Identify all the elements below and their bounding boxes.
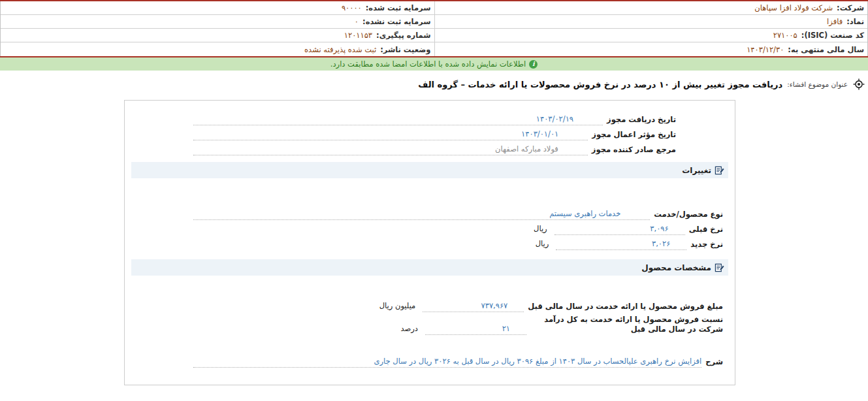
previous-rate-value: ۳,۰۹۶ [650,224,668,234]
product-type-value: خدمات راهبری سیستم [549,209,620,219]
subject-title: دریافت مجوز تغییر بیش از ۱۰ درصد در نرخ … [418,80,782,89]
general-fields-group: تاریخ دریافت مجوز ۱۴۰۳/۰۲/۱۹ تاریخ مؤثر … [193,111,676,155]
symbol-label: نماد: [846,17,864,26]
edit-note-icon [715,263,724,272]
sales-ratio-row: نسبت فروش محصول یا ارائه خدمت به کل درآم… [193,313,723,335]
company-value: شرکت فولاد افزا سپاهان [754,3,833,12]
unregistered-capital-label: سرمایه ثبت نشده: [362,17,430,26]
unregistered-capital-cell: سرمایه ثبت نشده: ۰ [1,15,434,28]
publisher-status-label: وضعیت ناشر: [380,45,430,54]
license-issuer-value: فولاد مبارکه اصفهان [495,144,558,155]
new-rate-row: نرخ جدید ۳,۰۲۶ ریال [193,236,723,250]
license-receipt-date-label: تاریخ دریافت مجوز [607,115,676,125]
info-icon: i [529,60,538,69]
section-header-changes: تغییرات [131,162,728,178]
previous-rate-row: نرخ قبلی ۳,۰۹۶ ریال [193,221,723,235]
company-info-table: شرکت: شرکت فولاد افزا سپاهان سرمایه ثبت … [0,1,868,56]
license-receipt-date-value: ۱۴۰۳/۰۲/۱۹ [536,114,573,125]
fiscal-year-end-cell: سال مالی منتهی به: ۱۴۰۳/۱۲/۳۰ [434,42,868,56]
table-row: کد صنعت (ISIC): ۲۷۱۰۰۵ شماره پیگیری: ۱۲۰… [1,29,867,42]
license-receipt-date-row: تاریخ دریافت مجوز ۱۴۰۳/۰۲/۱۹ [193,111,676,125]
product-type-field: خدمات راهبری سیستم [193,208,650,220]
section-header-product-specs: مشخصات محصول [131,259,728,276]
license-issuer-field: فولاد مبارکه اصفهان [193,144,588,155]
license-issuer-row: مرجع صادر کننده مجوز فولاد مبارکه اصفهان [193,141,676,155]
license-effective-date-field: ۱۴۰۳/۰۱/۰۱ [193,129,588,140]
registered-capital-cell: سرمایه ثبت شده: ۹۰۰۰۰ [1,1,434,14]
sales-ratio-value: ۲۱ [502,324,510,334]
tracking-number-value: ۱۲۰۱۱۵۳ [344,31,372,40]
license-effective-date-label: تاریخ مؤثر اعمال مجوز [592,130,676,140]
company-cell: شرکت: شرکت فولاد افزا سپاهان [434,1,868,14]
edit-note-icon [715,165,724,175]
disclosure-page: { "colors": { "accent_blue": "#3d7ab5", … [0,0,868,401]
new-rate-unit: ریال [536,239,549,250]
section-changes-title: تغییرات [682,166,711,175]
sales-amount-label: مبلغ فروش محصول یا ارائه خدمت در سال مال… [528,302,723,312]
notice-text: اطلاعات نمایش داده شده با اطلاعات امضا ش… [330,59,526,69]
fiscal-year-end-value: ۱۴۰۳/۱۲/۳۰ [747,45,784,54]
license-issuer-label: مرجع صادر کننده مجوز [592,145,676,155]
publisher-status-value: ثبت شده پذیرفته نشده [304,45,376,54]
publisher-status-cell: وضعیت ناشر: ثبت شده پذیرفته نشده [1,42,434,56]
description-value: افزایش نرخ راهبری علیالحساب در سال ۱۴۰۳ … [374,357,701,367]
license-effective-date-row: تاریخ مؤثر اعمال مجوز ۱۴۰۳/۰۱/۰۱ [193,126,676,140]
tracking-number-label: شماره پیگیری: [376,31,430,40]
table-row: سال مالی منتهی به: ۱۴۰۳/۱۲/۳۰ وضعیت ناشر… [1,42,867,56]
sales-ratio-unit: درصد [401,324,418,335]
isic-code-label: کد صنعت (ISIC): [801,31,864,40]
new-rate-label: نرخ جدید [690,240,723,250]
subject-label: عنوان موضوع افشاء: [787,80,848,88]
company-label: شرکت: [837,3,864,12]
changes-fields-group: نوع محصول/خدمت خدمات راهبری سیستم نرخ قب… [193,206,723,250]
license-effective-date-value: ۱۴۰۳/۰۱/۰۱ [521,129,558,140]
symbol-value: فافزا [827,17,843,26]
tracking-number-cell: شماره پیگیری: ۱۲۰۱۱۵۳ [1,29,434,42]
signature-match-notice-bar: i اطلاعات نمایش داده شده با اطلاعات امضا… [0,57,868,71]
product-type-row: نوع محصول/خدمت خدمات راهبری سیستم [193,206,723,220]
sales-ratio-field: ۲۱ [425,323,526,335]
fiscal-year-end-label: سال مالی منتهی به: [788,45,864,54]
new-rate-value: ۳,۰۲۶ [652,239,670,249]
sales-amount-row: مبلغ فروش محصول یا ارائه خدمت در سال مال… [193,298,723,312]
target-icon [852,78,865,91]
unregistered-capital-value: ۰ [355,17,359,26]
description-field: افزایش نرخ راهبری علیالحساب در سال ۱۴۰۳ … [193,356,701,368]
sales-amount-field: ۷۳۷,۹۶۷ [423,300,524,312]
table-row: نماد: فافزا سرمایه ثبت نشده: ۰ [1,15,867,29]
disclosure-form-panel: تاریخ دریافت مجوز ۱۴۰۳/۰۲/۱۹ تاریخ مؤثر … [124,100,735,385]
description-label: شرح [705,357,723,368]
symbol-cell: نماد: فافزا [434,15,868,28]
registered-capital-label: سرمایه ثبت شده: [366,3,431,12]
product-type-label: نوع محصول/خدمت [654,210,723,220]
license-receipt-date-field: ۱۴۰۳/۰۲/۱۹ [193,114,603,125]
sales-ratio-label: نسبت فروش محصول یا ارائه خدمت به کل درآم… [530,315,723,335]
disclosure-subject-row: عنوان موضوع افشاء: دریافت مجوز تغییر بیش… [0,71,868,99]
previous-rate-field: ۳,۰۹۶ [555,223,685,235]
product-spec-fields-group: مبلغ فروش محصول یا ارائه خدمت در سال مال… [193,298,723,335]
isic-code-cell: کد صنعت (ISIC): ۲۷۱۰۰۵ [434,29,868,42]
description-row: شرح افزایش نرخ راهبری علیالحساب در سال ۱… [193,353,723,368]
previous-rate-label: نرخ قبلی [689,225,723,235]
isic-code-value: ۲۷۱۰۰۵ [773,31,797,40]
section-product-specs-title: مشخصات محصول [641,263,711,272]
sales-amount-unit: میلیون ریال [379,301,416,312]
new-rate-field: ۳,۰۲۶ [556,238,686,250]
table-row: شرکت: شرکت فولاد افزا سپاهان سرمایه ثبت … [1,1,867,15]
registered-capital-value: ۹۰۰۰۰ [342,3,362,12]
sales-amount-value: ۷۳۷,۹۶۷ [481,301,508,312]
previous-rate-unit: ریال [534,224,547,235]
